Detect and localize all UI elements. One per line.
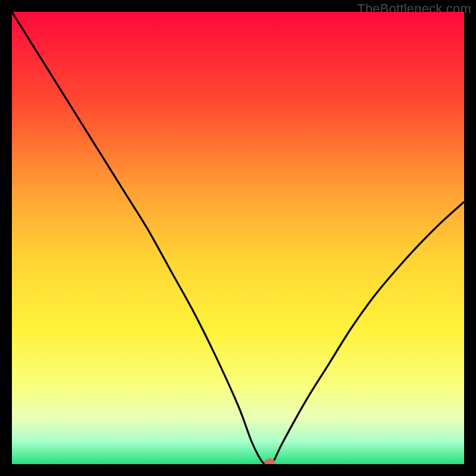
- chart-background: [12, 12, 464, 464]
- plot-area: [12, 12, 464, 464]
- chart-container: TheBottleneck.com: [0, 0, 476, 476]
- chart-svg: [12, 12, 464, 464]
